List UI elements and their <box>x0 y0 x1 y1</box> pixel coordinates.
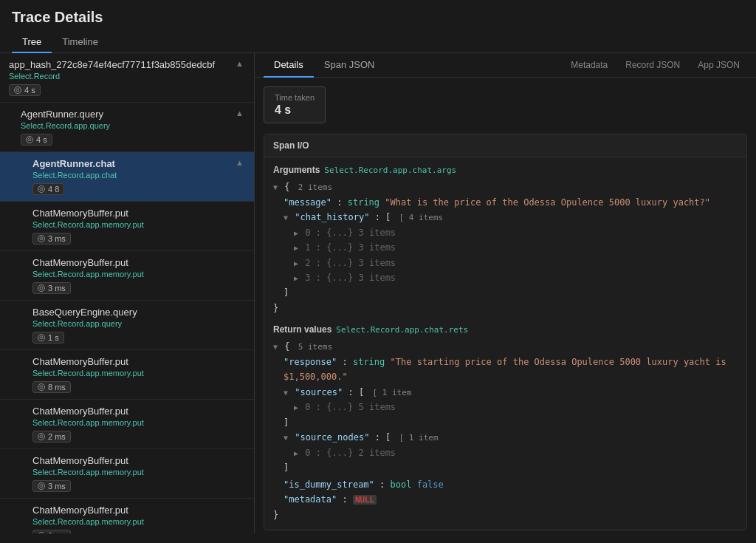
right-content: Time taken 4 s Span I/O Arguments Select… <box>255 78 756 533</box>
tree-item-chatmem-2[interactable]: ChatMemoryBuffer.put Select.Record.app.m… <box>0 251 254 301</box>
tree-item-chatmem-5-record: Select.Record.app.memory.put <box>32 468 245 477</box>
clock-icon-5: ⊙ <box>38 284 45 292</box>
tree-item-chatmem-5-name: ChatMemoryBuffer.put <box>32 455 245 466</box>
page-title: Trace Details <box>0 0 756 32</box>
tree-item-root-name: app_hash_272c8e74ef4ecf77711f3ab855dedcb… <box>9 59 215 70</box>
return-values-ref: Select.Record.app.chat.rets <box>336 325 468 335</box>
tree-item-agent-chat-time: ⊙ 4 8 <box>32 183 64 195</box>
tree-item-chatmem-6[interactable]: ChatMemoryBuffer.put Select.Record.app.m… <box>0 499 254 533</box>
right-panel: Details Span JSON Metadata Record JSON A… <box>255 53 756 533</box>
tree-item-base-query-time: ⊙ 1 s <box>32 332 64 344</box>
tree-item-chatmem-3-name: ChatMemoryBuffer.put <box>32 356 245 367</box>
tab-span-json[interactable]: Span JSON <box>314 53 385 78</box>
clock-icon-7: ⊙ <box>38 383 45 391</box>
tree-item-root[interactable]: app_hash_272c8e74ef4ecf77711f3ab855dedcb… <box>0 53 254 103</box>
tree-item-base-query[interactable]: BaseQueryEngine.query Select.Record.app.… <box>0 301 254 350</box>
tree-item-base-query-name: BaseQueryEngine.query <box>32 307 245 318</box>
tree-item-agent-query[interactable]: AgentRunner.query Select.Record.app.quer… <box>0 103 254 152</box>
clock-icon-2: ⊙ <box>26 136 33 143</box>
tree-item-chatmem-5-time: ⊙ 3 ms <box>32 480 71 492</box>
span-io-header: Span I/O <box>264 134 746 157</box>
tree-panel: app_hash_272c8e74ef4ecf77711f3ab855dedcb… <box>0 53 255 533</box>
clock-icon-3: ⊙ <box>38 185 45 193</box>
tree-item-chatmem-4-time: ⊙ 2 ms <box>32 431 71 443</box>
right-tabs-header: Details Span JSON Metadata Record JSON A… <box>255 53 756 78</box>
tree-item-chatmem-1-record: Select.Record.app.memory.put <box>32 220 245 229</box>
tree-item-chatmem-3-time: ⊙ 8 ms <box>32 381 71 393</box>
clock-icon-10: ⊙ <box>38 532 45 533</box>
tree-item-chatmem-5[interactable]: ChatMemoryBuffer.put Select.Record.app.m… <box>0 449 254 499</box>
clock-icon-6: ⊙ <box>38 334 45 341</box>
arguments-label: Arguments <box>273 165 320 175</box>
main-layout: app_hash_272c8e74ef4ecf77711f3ab855dedcb… <box>0 53 756 533</box>
expand-args-arrow[interactable]: ▼ <box>273 183 278 191</box>
expand-ch1-arrow[interactable]: ▶ <box>294 244 298 252</box>
tree-item-root-time: ⊙ 4 s <box>9 84 41 96</box>
tree-item-chatmem-6-time: ⊙ 2 ms <box>32 530 71 533</box>
time-taken-label: Time taken <box>275 93 315 102</box>
time-taken-value: 4 s <box>275 103 315 117</box>
clock-icon-4: ⊙ <box>38 235 45 242</box>
expand-rets-arrow[interactable]: ▼ <box>273 343 278 351</box>
tree-item-chatmem-6-name: ChatMemoryBuffer.put <box>32 505 245 516</box>
tree-item-chatmem-1[interactable]: ChatMemoryBuffer.put Select.Record.app.m… <box>0 202 254 251</box>
expand-source-nodes-arrow[interactable]: ▼ <box>284 434 288 442</box>
time-taken-box: Time taken 4 s <box>264 86 326 123</box>
top-tabs-bar: Tree Timeline <box>0 32 756 53</box>
expand-chat-history-arrow[interactable]: ▼ <box>284 214 288 222</box>
clock-icon-8: ⊙ <box>38 433 45 440</box>
tree-item-chatmem-2-record: Select.Record.app.memory.put <box>32 270 245 279</box>
span-io-body: Arguments Select.Record.app.chat.args ▼ … <box>264 157 746 530</box>
expand-ch2-arrow[interactable]: ▶ <box>294 259 298 267</box>
tab-app-json[interactable]: App JSON <box>690 55 747 75</box>
expand-ch0-arrow[interactable]: ▶ <box>294 229 298 237</box>
collapse-agent-query-btn[interactable]: ▲ <box>234 109 245 117</box>
tree-item-base-query-record: Select.Record.app.query <box>32 319 245 328</box>
return-values-label: Return values <box>273 324 331 335</box>
collapse-root-btn[interactable]: ▲ <box>234 59 245 68</box>
return-values-json: ▼ { 5 items "response" : string "The sta… <box>273 339 738 522</box>
tab-timeline[interactable]: Timeline <box>52 32 109 53</box>
arguments-ref: Select.Record.app.chat.args <box>324 165 456 175</box>
tab-details[interactable]: Details <box>264 53 314 78</box>
collapse-agent-chat-btn[interactable]: ▲ <box>234 158 245 167</box>
right-tabs-right: Metadata Record JSON App JSON <box>563 53 747 77</box>
tree-item-chatmem-1-name: ChatMemoryBuffer.put <box>32 208 245 219</box>
tree-item-agent-query-name: AgentRunner.query <box>21 109 110 120</box>
tree-item-chatmem-2-time: ⊙ 3 ms <box>32 282 71 294</box>
tab-record-json[interactable]: Record JSON <box>618 55 687 75</box>
tree-item-chatmem-4[interactable]: ChatMemoryBuffer.put Select.Record.app.m… <box>0 400 254 449</box>
tree-item-chatmem-1-time: ⊙ 3 ms <box>32 233 71 245</box>
expand-ch3-arrow[interactable]: ▶ <box>294 274 298 282</box>
tree-item-chatmem-2-name: ChatMemoryBuffer.put <box>32 257 245 268</box>
tree-item-chatmem-4-record: Select.Record.app.memory.put <box>32 418 245 427</box>
tree-item-chatmem-4-name: ChatMemoryBuffer.put <box>32 406 245 417</box>
null-badge: NULL <box>353 495 377 505</box>
tab-tree[interactable]: Tree <box>12 32 52 53</box>
clock-icon: ⊙ <box>14 86 21 94</box>
tree-item-chatmem-3[interactable]: ChatMemoryBuffer.put Select.Record.app.m… <box>0 350 254 400</box>
tree-item-agent-query-record: Select.Record.app.query <box>21 121 110 130</box>
expand-sources-arrow[interactable]: ▼ <box>284 389 288 397</box>
tree-item-chatmem-6-record: Select.Record.app.memory.put <box>32 517 245 526</box>
expand-sn0-arrow[interactable]: ▶ <box>294 449 298 457</box>
tree-item-agent-chat-record: Select.Record.app.chat <box>32 171 117 180</box>
expand-src0-arrow[interactable]: ▶ <box>294 403 298 411</box>
tree-item-agent-chat[interactable]: AgentRunner.chat Select.Record.app.chat … <box>0 152 254 202</box>
tab-metadata[interactable]: Metadata <box>563 55 615 75</box>
span-io-section: Span I/O Arguments Select.Record.app.cha… <box>264 134 747 530</box>
tree-item-agent-chat-name: AgentRunner.chat <box>32 158 117 169</box>
tree-item-root-record: Select.Record <box>9 72 215 81</box>
clock-icon-9: ⊙ <box>38 482 45 490</box>
tree-item-agent-query-time: ⊙ 4 s <box>21 134 52 146</box>
arguments-json: ▼ { 2 items "message" : string "What is … <box>273 180 738 315</box>
right-tabs-left: Details Span JSON <box>264 53 385 77</box>
tree-item-chatmem-3-record: Select.Record.app.memory.put <box>32 369 245 378</box>
